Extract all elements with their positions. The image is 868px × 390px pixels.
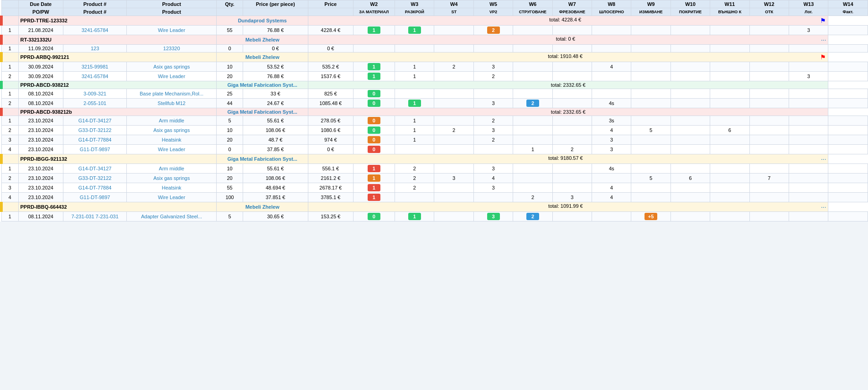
week-badge[interactable]: 0 [368,136,380,143]
row-product-num[interactable]: 2-055-101 [63,99,127,108]
week-badge[interactable]: 1 [368,73,380,80]
dots-icon[interactable]: ··· [821,36,826,43]
col-subheader-qty [217,8,243,16]
week-cell: 0 [353,212,395,221]
week-badge[interactable]: 2 [487,26,500,34]
week-badge[interactable]: 1 [368,174,380,182]
row-product-num[interactable]: G11-DT-9897 [63,145,127,154]
week-cell: 1 [395,62,434,72]
table-row: 3 23.10.2024 G14-DT-77884 Heatsink 55 48… [1,183,868,193]
week-badge[interactable]: 2 [526,100,539,107]
week-cell [789,145,828,154]
week-cell [710,72,749,81]
week-cell [789,99,828,108]
flag-icon: ⚑ [820,53,826,61]
row-product-num[interactable]: 123 [63,45,127,53]
week-cell [631,72,670,81]
week-cell [710,116,749,126]
week-cell [828,212,868,221]
week-badge[interactable]: 1 [408,100,421,107]
week-badge[interactable]: 2 [526,213,539,220]
week-badge[interactable]: 1 [408,213,421,220]
week-cell [631,45,670,53]
row-product-num[interactable]: G14-DT-77884 [63,183,127,193]
order-customer[interactable]: Giga Metal Fabrication Syst... [217,81,308,89]
col-header-product-num: Product # [63,0,127,8]
col-header-w12: W12 [749,0,789,8]
week-cell [710,45,749,53]
row-product: Wire Leader [126,193,216,202]
row-product-num[interactable]: G33-DT-32122 [63,126,127,135]
row-product-num[interactable]: G14-DT-34127 [63,116,127,126]
week-cell [749,193,789,202]
row-price: 153.25 € [308,212,353,221]
week-cell: 1 [395,135,434,145]
week-badge[interactable]: 1 [368,63,380,70]
week-badge[interactable]: 1 [368,194,380,201]
row-qty: 20 [217,135,243,145]
week-cell: 3 [473,62,513,72]
row-date: 30.09.2024 [18,62,63,72]
week-cell [592,72,631,81]
week-badge[interactable]: 0 [368,100,380,107]
row-qty: 44 [217,99,243,108]
week-badge[interactable]: 0 [368,146,380,153]
order-customer[interactable]: Giga Metal Fabrication Syst... [217,108,308,116]
col-header-w8: W8 [592,0,631,8]
row-product-num[interactable]: 3241-65784 [63,26,127,35]
week-cell [749,89,789,99]
row-product-num[interactable]: G14-DT-77884 [63,135,127,145]
row-qty: 10 [217,126,243,135]
order-customer[interactable]: Mebeli Zhelew [217,202,308,212]
row-product-num[interactable]: 3241-65784 [63,72,127,81]
week-badge[interactable]: 0 [368,213,380,220]
order-customer[interactable]: Dundaprod Systems [217,16,308,26]
week-cell [710,164,749,174]
week-cell [828,116,868,126]
week-badge[interactable]: 0 [368,117,380,124]
week-badge[interactable]: 1 [368,184,380,191]
row-price: 556.1 € [308,164,353,174]
order-bar [1,16,18,26]
row-product-num[interactable]: G33-DT-32122 [63,174,127,183]
week-badge[interactable]: 0 [368,90,380,97]
week-cell [434,183,473,193]
row-qty: 10 [217,164,243,174]
week-cell [828,135,868,145]
week-cell [749,99,789,108]
row-product-num[interactable]: 7-231-031 7-231-031 [63,212,127,221]
week-cell [789,126,828,135]
order-customer[interactable]: Giga Metal Fabrication Syst... [217,154,308,164]
week-cell [434,116,473,126]
row-product-num[interactable]: 3-009-321 [63,89,127,99]
dots-icon[interactable]: ··· [821,155,826,163]
week-badge[interactable]: 0 [368,126,380,134]
row-product: Asix gas springs [126,62,216,72]
order-customer[interactable]: Mebeli Zhelew [217,53,308,62]
row-product-num[interactable]: G11-DT-9897 [63,193,127,202]
row-qty: 55 [217,183,243,193]
order-customer[interactable]: Mebeli Zhelew [217,35,308,45]
row-product-num[interactable]: 3215-99981 [63,62,127,72]
order-id: PPRD-ABCD-938212b [18,108,217,116]
week-cell: 0 [353,126,395,135]
week-cell [789,212,828,221]
col-subheader-w6sub: СТРУГОВАНЕ [513,8,552,16]
dots-icon[interactable]: ··· [821,203,826,211]
row-product: Heatsink [126,183,216,193]
week-badge[interactable]: 3 [487,213,500,220]
week-cell: 2 [434,126,473,135]
week-cell [670,99,710,108]
week-cell [670,89,710,99]
col-header-w6: W6 [513,0,552,8]
week-badge[interactable]: +5 [645,213,658,220]
row-price-pp: 37.85 € [243,145,308,154]
week-badge[interactable]: 1 [408,26,421,34]
week-badge[interactable]: 1 [368,26,380,34]
col-header-w11: W11 [710,0,749,8]
row-date: 30.09.2024 [18,72,63,81]
row-product-num[interactable]: G14-DT-34127 [63,164,127,174]
week-cell: +5 [631,212,670,221]
row-qty: 25 [217,89,243,99]
week-badge[interactable]: 1 [368,165,380,172]
